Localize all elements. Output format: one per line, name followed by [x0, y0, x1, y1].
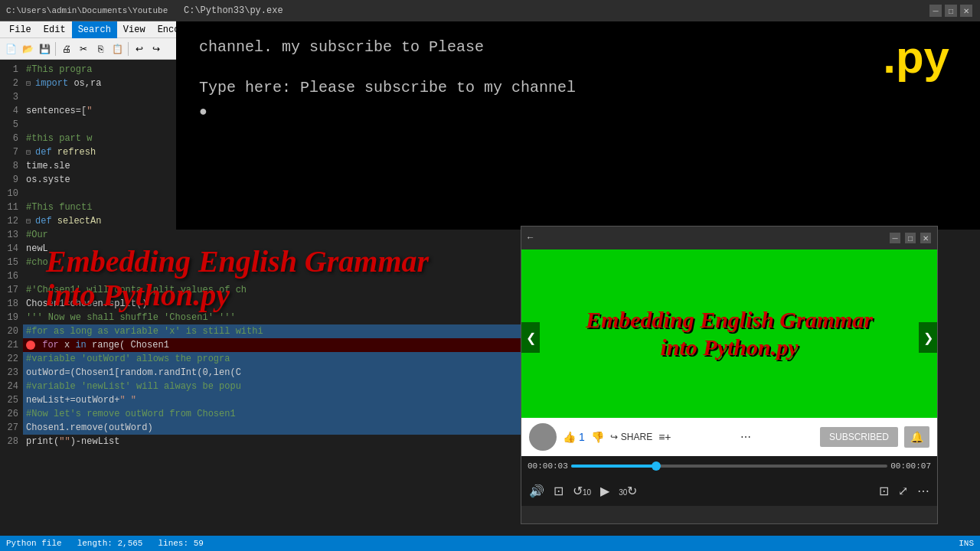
video-next-arrow[interactable]: ❯ [919, 322, 937, 353]
terminal-body: channel. my subscribe to Please Type her… [199, 38, 957, 119]
status-length: length: 2,565 [77, 539, 143, 548]
forward-label: 30 [619, 488, 627, 497]
subscribed-button[interactable]: SUBSCRIBED [820, 427, 898, 447]
terminal-maximize[interactable]: □ [945, 5, 957, 17]
video-green-screen: Embedding English Grammarinto Python.py [521, 249, 937, 418]
share-button[interactable]: ↪ SHARE [610, 432, 652, 442]
thumbs-down-icon: 👎 [591, 431, 604, 443]
video-thumbnail-title: Embedding English Grammarinto Python.py [586, 306, 873, 361]
toolbar-separator-1 [55, 42, 56, 56]
video-back-icon[interactable]: ← [528, 233, 533, 243]
code-line: #variable 'newList' will always be popu [23, 380, 521, 393]
bell-icon: 🔔 [910, 431, 923, 443]
video-content: Embedding English Grammarinto Python.py … [521, 249, 937, 523]
more-icon: ⋯ [740, 431, 751, 443]
toolbar-save[interactable]: 💾 [37, 41, 52, 57]
status-file-type: Python file [6, 539, 62, 548]
volume-icon: 🔊 [529, 484, 544, 497]
notification-bell-button[interactable]: 🔔 [904, 426, 929, 448]
captions-button[interactable]: ⊡ [554, 484, 564, 498]
status-lines: lines: 59 [158, 539, 203, 548]
progress-track[interactable] [571, 465, 887, 468]
terminal-title-text: C:\Python33\py.exe [184, 5, 283, 16]
captions-icon: ⊡ [554, 484, 564, 497]
toolbar-copy[interactable]: ⎘ [93, 41, 108, 57]
more-controls-button[interactable]: ⋯ [917, 484, 929, 498]
code-line: #Our [23, 228, 521, 242]
miniplayer-button[interactable]: ⊡ [879, 484, 889, 498]
toolbar-new[interactable]: 📄 [3, 41, 18, 57]
rewind-icon: ↺ [573, 484, 583, 497]
code-line: ''' Now we shall shuffle 'Chosen1' ''' [23, 311, 521, 324]
video-prev-arrow[interactable]: ❮ [521, 322, 540, 353]
error-marker [26, 341, 35, 350]
video-title-bar: ← ─ □ ✕ [521, 227, 937, 249]
time-total: 00:00:07 [890, 461, 931, 471]
toolbar-print[interactable]: 🖨 [59, 41, 74, 57]
status-bar: Python file length: 2,565 lines: 59 INS [0, 536, 980, 551]
menu-edit[interactable]: Edit [38, 21, 72, 38]
play-button[interactable]: ▶ [600, 484, 609, 498]
code-line: outWord=(Chosen1[random.randInt(0,len(C [23, 366, 521, 380]
add-to-playlist-button[interactable]: ≡+ [658, 431, 671, 443]
share-icon: ↪ [610, 432, 618, 442]
terminal-close[interactable]: ✕ [960, 5, 972, 17]
code-line: for x in range( Chosen1 [23, 338, 521, 352]
code-line: newList+=outWord+" " [23, 393, 521, 407]
video-minimize[interactable]: ─ [890, 233, 900, 243]
video-progress-bar[interactable]: 00:00:03 00:00:07 [521, 456, 937, 475]
code-line: Chosen1=chosen.split() [23, 297, 521, 311]
terminal-overlay: C:\Python33\py.exe ─ □ ✕ channel. my sub… [176, 0, 980, 230]
toolbar-undo[interactable]: ↩ [132, 41, 147, 57]
progress-fill [571, 465, 657, 468]
code-line: #variable 'outWord' allows the progra [23, 352, 521, 366]
dislike-button[interactable]: 👎 [591, 431, 604, 443]
like-count: 1 [579, 431, 585, 443]
code-line [23, 269, 521, 283]
menu-file[interactable]: File [3, 21, 38, 38]
video-close[interactable]: ✕ [920, 233, 931, 243]
toolbar-paste[interactable]: 📋 [109, 41, 125, 57]
more-options-button[interactable]: ⋯ [740, 431, 751, 443]
like-button[interactable]: 👍 1 [563, 431, 585, 443]
share-label: SHARE [621, 432, 652, 442]
time-current: 00:00:03 [528, 461, 568, 471]
progress-handle[interactable] [652, 461, 661, 471]
video-controls-bar: 🔊 ⊡ ↺10 ▶ 30↻ ⊡ ⤢ ⋯ [521, 475, 937, 506]
line-numbers: 12345 678910 1112131415 1617181920 21222… [0, 60, 23, 536]
play-icon: ▶ [600, 484, 609, 497]
channel-avatar [529, 423, 557, 451]
toolbar-open[interactable]: 📂 [20, 41, 35, 57]
thumbs-up-icon: 👍 [563, 431, 576, 443]
forward-icon: ↻ [627, 484, 637, 497]
code-line: #Now let's remove outWord from Chosen1 [23, 407, 521, 421]
toolbar-redo[interactable]: ↪ [149, 41, 164, 57]
terminal-title-bar: C:\Python33\py.exe ─ □ ✕ [176, 0, 980, 21]
py-logo: .py [883, 31, 949, 83]
add-playlist-icon: ≡+ [658, 431, 671, 443]
terminal-minimize[interactable]: ─ [929, 5, 942, 17]
toolbar-separator-2 [128, 42, 129, 56]
code-line: #'Chosen1' will conta split values of ch [23, 283, 521, 297]
video-player: ← ─ □ ✕ Embedding English Grammarinto Py… [521, 226, 938, 524]
code-line: print("")-newList [23, 435, 521, 448]
menu-search[interactable]: Search [72, 21, 117, 38]
toolbar-cut[interactable]: ✂ [76, 41, 91, 57]
terminal-line-2: Type here: Please subscribe to my channe… [199, 79, 957, 96]
miniplayer-icon: ⊡ [879, 484, 889, 497]
code-line: #cho [23, 256, 521, 269]
forward-button[interactable]: 30↻ [619, 484, 637, 498]
video-actions-bar: 👍 1 👎 ↪ SHARE ≡+ ⋯ SUBSCRIBED 🔔 [521, 418, 937, 456]
terminal-line-1: channel. my subscribe to Please [199, 38, 957, 56]
rewind-button[interactable]: ↺10 [573, 484, 591, 498]
rewind-label: 10 [583, 488, 591, 497]
fullscreen-button[interactable]: ⤢ [898, 484, 908, 498]
video-window-controls: ─ □ ✕ [890, 233, 931, 243]
code-line: newL [23, 242, 521, 256]
code-line: #for as long as variable 'x' is still wi… [23, 324, 521, 338]
more-controls-icon: ⋯ [917, 484, 929, 497]
code-line: Chosen1.remove(outWord) [23, 421, 521, 435]
menu-view[interactable]: View [117, 21, 152, 38]
volume-button[interactable]: 🔊 [529, 484, 544, 498]
video-maximize[interactable]: □ [905, 233, 916, 243]
